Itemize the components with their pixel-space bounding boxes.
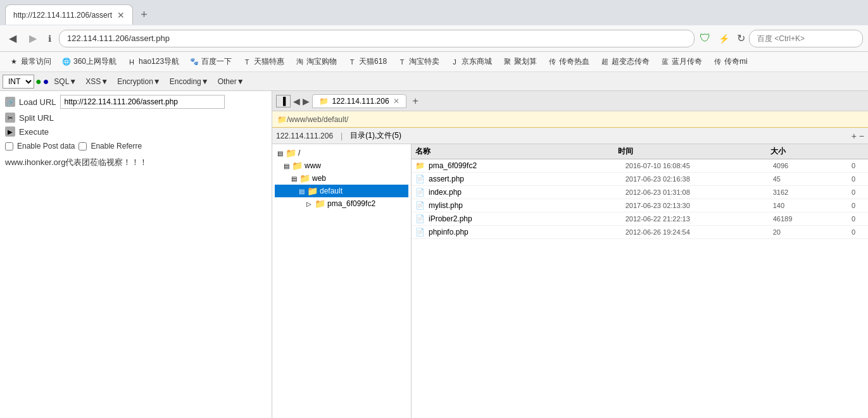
file-extra: 0 [852,175,864,183]
bookmark-label: 天猫特惠 [254,56,284,67]
col-name-header: 名称 [415,146,618,157]
tree-item-pma[interactable]: ▷ 📁 pma_6f099fc2 [275,197,408,210]
execute-label[interactable]: Execute [19,127,49,137]
expand-icon[interactable]: ▤ [282,163,290,169]
expand-icon[interactable]: ▤ [276,150,284,157]
tab-bar: http://122.114.111.206/assert ✕ + [0,0,868,25]
bookmark-zuichang[interactable]: ★ 最常访问 [5,55,55,68]
tmall-icon: T [242,57,252,67]
bookmark-jd[interactable]: J 京东商城 [446,55,496,68]
fm-dir-count: 目录(1),文件(5) [350,130,401,141]
expand-icon[interactable]: ▷ [305,200,313,207]
fm-nav-forward[interactable]: ▶ [303,96,310,106]
bookmark-tmall-te[interactable]: T 天猫特惠 [238,55,288,68]
bookmark-label: 天猫618 [359,56,387,67]
bookmark-label: 超变态传奇 [612,56,650,67]
file-row[interactable]: 📄 index.php 2012-06-23 01:31:08 3162 0 [412,186,868,199]
int-select[interactable]: INT [3,75,34,89]
xss-button[interactable]: XSS▼ [82,76,112,87]
bookmark-label: 蓝月传奇 [672,56,702,67]
search-input[interactable] [749,30,863,47]
star-icon: ★ [9,57,19,67]
col-extra-header [852,146,864,157]
browser-tab[interactable]: http://122.114.111.206/assert ✕ [5,4,133,25]
bookmark-taobao[interactable]: 淘 淘宝购物 [291,55,341,68]
green-dot[interactable]: ● [35,76,42,87]
tree-item-default[interactable]: ▤ 📁 default [275,185,408,197]
file-size: 46189 [773,215,852,223]
folder-icon: 📁 [292,161,303,171]
fm-plus-button[interactable]: + [852,131,857,141]
load-url-icon: 🔗 [5,97,15,107]
extensions-button[interactable]: ⚡ [715,32,733,45]
address-input[interactable] [59,30,695,47]
enable-referrer-checkbox[interactable] [79,142,87,151]
bookmark-360[interactable]: 🌐 360上网导航 [58,55,120,68]
tree-item-www[interactable]: ▤ 📁 www [275,159,408,172]
360-icon: 🌐 [61,57,72,67]
bookmark-tmall618[interactable]: T 天猫618 [343,55,391,68]
plugin-toolbar: INT ● ● SQL▼ XSS▼ Encryption▼ Encoding▼ … [0,72,868,91]
fm-filelist: 名称 时间 大小 📁 pma_6f099fc2 2016-07-10 16:08… [412,144,868,418]
shield-button[interactable]: 🛡 [700,32,711,45]
folder-icon: 📁 [286,148,296,158]
split-url-label[interactable]: Split URL [19,113,54,123]
col-size-header: 大小 [771,146,852,157]
expand-icon[interactable]: ▤ [298,188,305,195]
jd-icon: J [450,57,460,67]
bookmark-lan[interactable]: 蓝 蓝月传奇 [656,55,706,68]
fm-minus-button[interactable]: − [859,131,864,141]
bookmark-taobao-te[interactable]: T 淘宝特卖 [393,55,443,68]
file-name: iProber2.php [429,214,626,223]
file-time: 2012-06-26 19:24:54 [626,228,773,236]
bookmark-baidu[interactable]: 🐾 百度一下 [186,55,236,68]
bookmark-label: 聚划算 [514,56,537,67]
file-row[interactable]: 📄 assert.php 2017-06-23 02:16:38 45 0 [412,173,868,186]
file-row[interactable]: 📄 iProber2.php 2012-06-22 21:22:13 46189… [412,212,868,226]
bookmark-chuanqi[interactable]: 传 传奇热血 [543,55,593,68]
other-button[interactable]: Other▼ [214,76,248,87]
url-input[interactable] [60,95,225,109]
bookmark-hao123[interactable]: H hao123导航 [123,55,183,68]
fm-server-info: 122.114.111.206 [276,132,333,140]
expand-icon[interactable]: ▤ [290,175,298,182]
fm-add-tab-button[interactable]: + [409,94,422,108]
fm-server-tab[interactable]: 📁 122.114.111.206 ✕ [312,94,406,108]
tree-item-label: pma_6f099fc2 [327,199,375,208]
new-tab-button[interactable]: + [135,6,153,24]
back-button[interactable]: ◀ [5,31,20,46]
fm-tab-close-icon[interactable]: ✕ [393,97,399,106]
bookmark-label: 百度一下 [201,56,232,67]
tab-close-button[interactable]: ✕ [117,10,125,20]
fm-nav-back[interactable]: ◀ [293,96,300,106]
encoding-button[interactable]: Encoding▼ [166,76,213,87]
bookmark-chao[interactable]: 超 超变态传奇 [596,55,653,68]
bookmark-chuanqi2[interactable]: 传 传奇mi [708,55,752,68]
tree-item-label: web [312,174,326,183]
blue-dot[interactable]: ● [43,76,49,87]
file-extra: 0 [852,162,864,169]
tree-item-label: www [305,161,321,170]
browser-chrome: http://122.114.111.206/assert ✕ + ◀ ▶ ℹ … [0,0,868,91]
file-row[interactable]: 📄 mylist.php 2017-06-23 02:13:30 140 0 [412,199,868,212]
fm-toggle-button[interactable]: ▐ [276,95,291,108]
file-row[interactable]: 📄 phpinfo.php 2012-06-26 19:24:54 20 0 [412,226,868,239]
file-name: mylist.php [429,201,626,210]
encryption-button[interactable]: Encryption▼ [113,76,165,87]
sql-button[interactable]: SQL▼ [50,76,80,87]
enable-post-checkbox[interactable] [5,142,13,151]
refresh-button[interactable]: ↻ [737,32,745,44]
tree-item-root[interactable]: ▤ 📁 / [275,147,408,159]
load-url-label[interactable]: Load URL [19,97,56,107]
bookmark-ju[interactable]: 聚 聚划算 [498,55,541,68]
tree-item-label: / [298,149,300,157]
forward-button[interactable]: ▶ [25,31,41,46]
bookmark-label: 最常访问 [21,56,51,67]
file-row[interactable]: 📁 pma_6f099fc2 2016-07-10 16:08:45 4096 … [412,159,868,173]
load-url-row: 🔗 Load URL [5,94,267,110]
fm-server-folder-icon: 📁 [319,97,329,106]
file-time: 2017-06-23 02:16:38 [626,175,773,183]
fm-toolbar: 122.114.111.206 | 目录(1),文件(5) + − [272,128,868,144]
tree-item-web[interactable]: ▤ 📁 web [275,172,408,185]
baidu-icon: 🐾 [189,57,199,67]
